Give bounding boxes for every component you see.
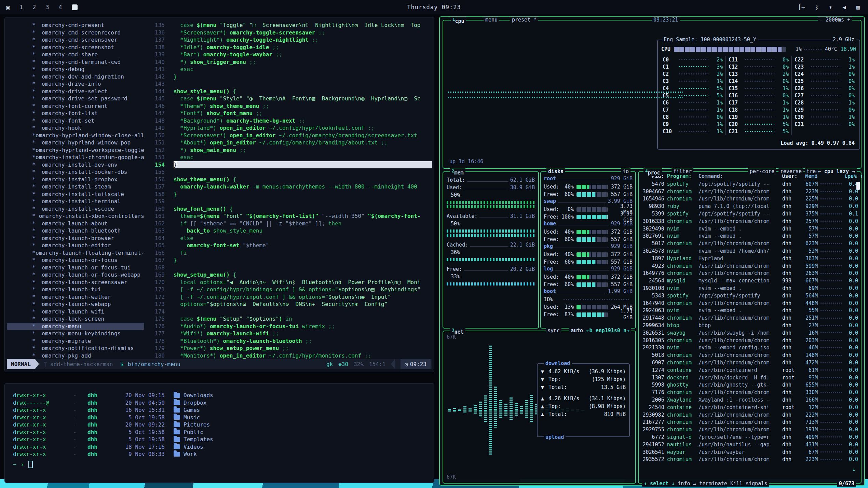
- code-buffer[interactable]: case $(menu "Toggle" "▢ Screensaver\n☾ N…: [174, 22, 432, 359]
- process-row[interactable]: 2929755chromium/usr/lib/chromium/chromdh…: [639, 426, 861, 433]
- tree-item[interactable]: *omarchy-install-dev-env: [7, 161, 144, 169]
- tree-item[interactable]: *omarchy-hyprland-window-close-all: [7, 132, 144, 139]
- tree-item[interactable]: *omarchy-launch-webapp: [7, 301, 144, 308]
- tree-item[interactable]: *omarchy-launch-or-focus-webapp: [7, 271, 144, 279]
- tree-item[interactable]: *omarchy-cmd-share: [7, 51, 144, 58]
- process-row[interactable]: 2941052nautilus/usr/bin/nautilus --gapdh…: [639, 441, 861, 448]
- tree-item[interactable]: *omarchy-dev-add-migration: [7, 73, 144, 81]
- memory-panel-title[interactable]: 2mem: [450, 168, 465, 176]
- process-row[interactable]: 2935572chromium/usr/lib/chromium/chromdh…: [639, 456, 861, 463]
- tree-item[interactable]: *omarchy-drive-set-password: [7, 95, 144, 102]
- process-row[interactable]: 4923chromium/usr/lib/chromium/chromdhh59…: [639, 262, 861, 270]
- tree-item[interactable]: *omarchy-notification-dismiss: [7, 345, 144, 352]
- tree-item[interactable]: *omarchy-drive-select: [7, 88, 144, 95]
- tree-item[interactable]: *omarchy-menu-keybindings: [7, 330, 144, 337]
- process-row[interactable]: 5343spotify/opt/spotify/spotifydhh564M0.…: [639, 292, 861, 299]
- process-row[interactable]: 2006XwaylandXwayland :1 -rootless -dhh16…: [639, 396, 861, 404]
- process-panel-title[interactable]: 4proc: [643, 168, 662, 176]
- process-row[interactable]: 1647940chromium/usr/lib/chromium/chromdh…: [639, 299, 861, 307]
- process-row[interactable]: 5998ghostty/usr/bin/ghostty --gtk-dhh655…: [639, 381, 861, 389]
- tree-item[interactable]: *omarchy-hyprland-workspace-toggle: [7, 147, 144, 154]
- tree-item[interactable]: *omarchy-cmd-screenrecord: [7, 29, 144, 37]
- process-row[interactable]: 7176chromium/usr/lib/chromium/chromdhh33…: [639, 389, 861, 396]
- preset-tab[interactable]: preset *: [510, 17, 538, 23]
- tree-item[interactable]: *omarchy-cmd-terminal-cwd: [7, 58, 144, 66]
- tree-item[interactable]: *omarchy-launch-tui: [7, 286, 144, 293]
- process-row[interactable]: 1654946chromium/usr/lib/chromium/chromdh…: [639, 195, 861, 203]
- tree-item[interactable]: *omarchy-debug: [7, 66, 144, 73]
- tree-item[interactable]: *omarchy-launch-bluetooth: [7, 227, 144, 235]
- process-row[interactable]: 6772signal-d/proc/self/exe --type=rdhh40…: [639, 433, 861, 441]
- tree-item[interactable]: *omarchy-install-steam: [7, 183, 144, 191]
- process-row[interactable]: 1274containe/usr/bin/containerdroot61M0.…: [639, 366, 861, 374]
- tree-item[interactable]: *omarchy-launch-about: [7, 220, 144, 227]
- tree-item[interactable]: *omarchy-hook: [7, 124, 144, 132]
- update-interval[interactable]: - 2000ms +: [818, 17, 852, 23]
- per-core-tab[interactable]: per-core: [748, 168, 776, 175]
- process-row[interactable]: 3026541waybar/usr/bin/waybardhh67M0.0: [639, 448, 861, 456]
- tree-item[interactable]: *omarchy-cmd-screenshot: [7, 44, 144, 51]
- tree-item[interactable]: *omarchy-cmd-present: [7, 22, 144, 29]
- auto-tab[interactable]: auto: [569, 327, 585, 334]
- process-row[interactable]: 3026531swaybg/usr/bin/swaybg -i /homdhh1…: [639, 329, 861, 337]
- scroll-down-arrow[interactable]: ↓: [852, 466, 855, 473]
- shell-prompt[interactable]: ~ ›: [13, 461, 33, 468]
- signals-button[interactable]: signals: [746, 480, 767, 487]
- tree-item[interactable]: *omarchy-install-dropbox: [7, 176, 144, 183]
- process-row[interactable]: 2921330nvimnvim --embed config.jsodhh46M…: [639, 344, 861, 352]
- tree-item[interactable]: *omarchy-hyprland-window-pop: [7, 139, 144, 147]
- tree-item[interactable]: *omarchy-launch-wifi: [7, 308, 144, 316]
- terminate-button[interactable]: terminate: [700, 480, 727, 487]
- process-row[interactable]: 6907chromium/usr/lib/chromium/chromdhh47…: [639, 359, 861, 366]
- tree-item[interactable]: *omarchy-pkg-add: [7, 352, 144, 360]
- tree-item[interactable]: *omarchy-font-list: [7, 110, 144, 117]
- reverse-tab[interactable]: reverse: [778, 168, 803, 175]
- process-row[interactable]: 3004667chromium/usr/lib/chromium/chromdh…: [639, 188, 861, 195]
- process-row[interactable]: 5470spotify/opt/spotify/spotify --dhh607…: [639, 180, 861, 188]
- tree-item[interactable]: *omarchy-menu: [7, 323, 144, 330]
- process-row[interactable]: 3024578nvimnvim --embed /home/dhh/dhh52M…: [639, 247, 861, 255]
- process-row[interactable]: 1307dockerd/usr/bin/dockerd -H fd:root93…: [639, 374, 861, 381]
- disks-panel-title[interactable]: disks: [546, 168, 565, 175]
- process-row[interactable]: 24564mysqldmysqld --max-connection999667…: [639, 277, 861, 284]
- process-row[interactable]: 5017chromium/usr/lib/chromium/chromdhh62…: [639, 240, 861, 247]
- process-row[interactable]: 3016338chromium/usr/lib/chromium/chromdh…: [639, 218, 861, 225]
- tree-item[interactable]: *omarchy-drive-info: [7, 80, 144, 88]
- process-row[interactable]: 2930982chromium/usr/lib/chromium/chromdh…: [639, 411, 861, 419]
- tree-item[interactable]: *omarchy-launch-floating-terminal-: [7, 249, 144, 257]
- process-row[interactable]: 5399spotify/opt/spotify/spotify --dhh375…: [639, 210, 861, 218]
- tree-item[interactable]: *omarchy-launch-editor: [7, 242, 144, 249]
- tree-item[interactable]: *omarchy-launch-or-focus-tui: [7, 264, 144, 271]
- filter-tab[interactable]: filter: [672, 168, 693, 175]
- tree-item[interactable]: *omarchy-install-docker-dbs: [7, 168, 144, 176]
- terminal-window[interactable]: drwxr-xr-x-dhh20 Nov 09:15Downloadsdrwx-…: [4, 383, 434, 483]
- sync-tab[interactable]: sync: [546, 327, 561, 334]
- process-row[interactable]: 98930rubypuma 7.1.0 (tcp://localdhh929M0…: [639, 203, 861, 210]
- interface-switcher[interactable]: ←b enp191s0 n→: [585, 327, 631, 334]
- process-scrollbar[interactable]: [856, 182, 860, 190]
- tree-item[interactable]: *omarchy-launch-screensaver: [7, 279, 144, 286]
- tree-item[interactable]: *omarchy-font-current: [7, 102, 144, 110]
- tree-item[interactable]: *omarchy-install-xbox-controllers: [7, 212, 144, 220]
- tree-item[interactable]: *omarchy-launch-browser: [7, 235, 144, 242]
- io-tab[interactable]: io: [621, 168, 630, 175]
- tree-item[interactable]: *omarchy-cmd-screensaver: [7, 36, 144, 44]
- tree-item[interactable]: *omarchy-migrate: [7, 337, 144, 345]
- process-row[interactable]: 2924063nvimnvim --embed .dhh55M0.0: [639, 307, 861, 315]
- process-row[interactable]: 3016305chromium/usr/lib/chromium/chromdh…: [639, 337, 861, 344]
- process-row[interactable]: 2999634btopbtopdhh27M0.0: [639, 322, 861, 329]
- tree-item[interactable]: *omarchy-launch-walker: [7, 293, 144, 301]
- select-button[interactable]: ↑ select ↓: [644, 480, 675, 487]
- process-row[interactable]: 3027691nvimnvim --embed .dhh57M0.0: [639, 233, 861, 240]
- process-list[interactable]: 5470spotify/opt/spotify/spotify --dhh607…: [639, 180, 861, 463]
- menu-tab[interactable]: menu: [484, 17, 499, 23]
- tree-item[interactable]: *omarchy-launch-or-focus: [7, 256, 144, 264]
- tree-item[interactable]: *omarchy-font-set: [7, 117, 144, 125]
- tree-item[interactable]: *omarchy-install-vscode: [7, 205, 144, 213]
- process-row[interactable]: 2167277chromium/usr/lib/chromium/chromdh…: [639, 419, 861, 426]
- cpu-panel-title[interactable]: 1cpu: [451, 17, 466, 24]
- process-row[interactable]: 1897HyprlandHyprlanddhh363M0.0: [639, 255, 861, 262]
- process-row[interactable]: 5018chromium/usr/lib/chromium/chromdhh14…: [639, 351, 861, 359]
- tree-item[interactable]: *omarchy-install-terminal: [7, 198, 144, 205]
- process-row[interactable]: 2917448chromium/usr/lib/chromium/chromdh…: [639, 314, 861, 322]
